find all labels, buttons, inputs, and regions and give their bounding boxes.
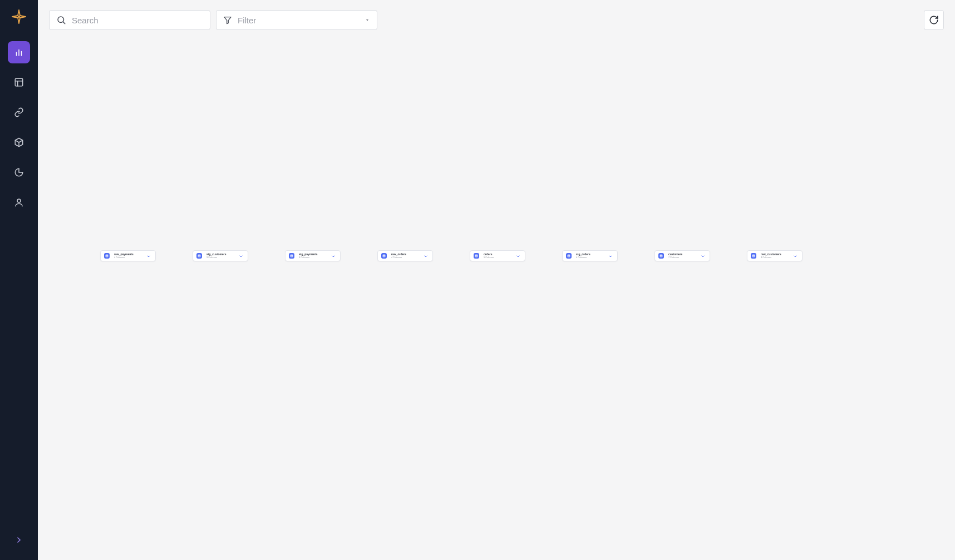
app-logo bbox=[10, 8, 28, 26]
user-icon bbox=[14, 197, 24, 207]
svg-marker-10 bbox=[224, 17, 231, 24]
svg-rect-11 bbox=[106, 255, 108, 257]
search-icon bbox=[56, 15, 66, 25]
link-icon bbox=[14, 107, 24, 117]
table-icon bbox=[104, 253, 110, 259]
sidebar-item-lineage[interactable] bbox=[8, 41, 30, 63]
table-icon bbox=[289, 253, 294, 259]
chevron-down-icon[interactable] bbox=[516, 251, 520, 261]
node-columns: 3 Columns bbox=[206, 256, 234, 259]
sidebar-item-reports[interactable] bbox=[8, 161, 30, 184]
table-icon bbox=[751, 253, 756, 259]
cube-icon bbox=[14, 137, 24, 147]
svg-rect-29 bbox=[660, 255, 662, 257]
sidebar-item-user[interactable] bbox=[8, 191, 30, 214]
lineage-node[interactable]: raw_customers3 Columns bbox=[747, 250, 803, 261]
table-icon bbox=[566, 253, 572, 259]
svg-rect-17 bbox=[291, 255, 293, 257]
refresh-icon bbox=[929, 15, 939, 25]
lineage-node[interactable]: stg_customers3 Columns bbox=[193, 250, 248, 261]
lineage-node[interactable]: orders9 Columns bbox=[470, 250, 525, 261]
node-columns: 3 Columns bbox=[761, 256, 789, 259]
lineage-node[interactable]: raw_orders4 Columns bbox=[377, 250, 433, 261]
svg-rect-14 bbox=[198, 255, 200, 257]
chevron-down-icon[interactable] bbox=[146, 251, 151, 261]
node-columns: 4 Columns bbox=[576, 256, 604, 259]
main-area: Filter raw_payments4 Columnsstg_customer… bbox=[38, 0, 955, 560]
lineage-node[interactable]: customers7 Columns bbox=[654, 250, 710, 261]
sidebar-item-tables[interactable] bbox=[8, 71, 30, 93]
sidebar-item-links[interactable] bbox=[8, 101, 30, 123]
chevron-down-icon[interactable] bbox=[793, 251, 798, 261]
svg-rect-4 bbox=[15, 78, 23, 86]
svg-point-0 bbox=[18, 16, 20, 18]
filter-icon bbox=[223, 16, 232, 24]
bar-chart-icon bbox=[14, 47, 24, 57]
chevron-down-icon[interactable] bbox=[608, 251, 613, 261]
svg-point-7 bbox=[17, 199, 21, 202]
svg-rect-23 bbox=[475, 255, 478, 257]
svg-line-9 bbox=[63, 22, 65, 23]
lineage-node[interactable]: stg_payments4 Columns bbox=[285, 250, 341, 261]
node-columns: 9 Columns bbox=[484, 256, 511, 259]
topbar: Filter bbox=[38, 0, 955, 40]
table-icon bbox=[474, 253, 479, 259]
svg-rect-32 bbox=[752, 255, 755, 257]
search-box[interactable] bbox=[49, 10, 210, 30]
lineage-node[interactable]: stg_orders4 Columns bbox=[562, 250, 618, 261]
chevron-down-icon[interactable] bbox=[331, 251, 336, 261]
expand-sidebar-button[interactable] bbox=[8, 529, 30, 551]
layout-icon bbox=[14, 77, 24, 87]
table-icon bbox=[381, 253, 387, 259]
node-columns: 4 Columns bbox=[391, 256, 419, 259]
table-icon bbox=[196, 253, 202, 259]
svg-rect-20 bbox=[383, 255, 385, 257]
search-input[interactable] bbox=[72, 16, 203, 25]
pie-chart-icon bbox=[14, 167, 24, 177]
caret-down-icon bbox=[365, 17, 370, 23]
node-columns: 7 Columns bbox=[668, 256, 696, 259]
refresh-button[interactable] bbox=[924, 10, 944, 30]
svg-rect-26 bbox=[568, 255, 570, 257]
node-columns: 4 Columns bbox=[299, 256, 327, 259]
lineage-canvas[interactable]: raw_payments4 Columnsstg_customers3 Colu… bbox=[38, 40, 955, 560]
chevron-down-icon[interactable] bbox=[239, 251, 243, 261]
lineage-node[interactable]: raw_payments4 Columns bbox=[100, 250, 156, 261]
chevron-down-icon[interactable] bbox=[701, 251, 705, 261]
table-icon bbox=[658, 253, 664, 259]
filter-select[interactable]: Filter bbox=[216, 10, 377, 30]
filter-placeholder: Filter bbox=[238, 16, 256, 25]
sidebar bbox=[0, 0, 38, 560]
chevron-right-icon bbox=[14, 536, 23, 544]
node-columns: 4 Columns bbox=[114, 256, 142, 259]
chevron-down-icon[interactable] bbox=[424, 251, 428, 261]
sidebar-item-cube[interactable] bbox=[8, 131, 30, 153]
